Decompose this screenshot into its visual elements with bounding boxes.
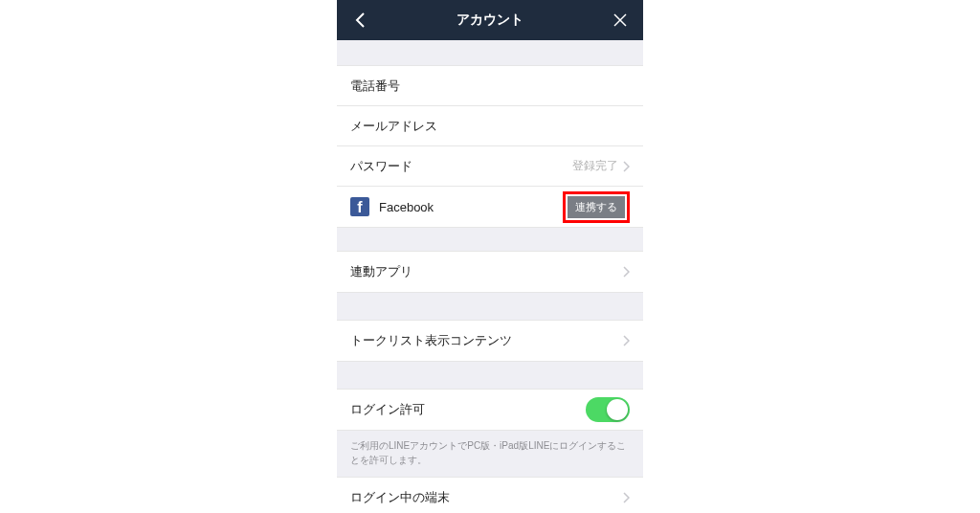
row-facebook: f Facebook 連携する <box>337 187 643 227</box>
label-password: パスワード <box>350 158 572 175</box>
row-login-permission: ログイン許可 <box>337 390 643 430</box>
label-talk-list: トークリスト表示コンテンツ <box>350 332 622 349</box>
talklist-group: トークリスト表示コンテンツ <box>337 320 643 362</box>
chevron-right-icon <box>622 492 630 503</box>
label-email: メールアドレス <box>350 118 630 135</box>
spacer <box>337 293 643 320</box>
settings-content: 電話番号 メールアドレス パスワード 登録完了 f Facebook 連携する <box>337 40 643 513</box>
row-logged-in-devices[interactable]: ログイン中の端末 <box>337 478 643 513</box>
row-talk-list-content[interactable]: トークリスト表示コンテンツ <box>337 321 643 361</box>
spacer <box>337 362 643 389</box>
close-icon <box>612 12 628 28</box>
login-permission-note: ご利用のLINEアカウントでPC版・iPad版LINEにログインすることを許可し… <box>337 431 643 477</box>
facebook-link-button[interactable]: 連携する <box>568 196 625 218</box>
login-permission-group: ログイン許可 <box>337 389 643 431</box>
row-email[interactable]: メールアドレス <box>337 106 643 146</box>
label-facebook: Facebook <box>379 200 563 214</box>
row-phone-number[interactable]: 電話番号 <box>337 66 643 106</box>
spacer <box>337 228 643 251</box>
login-permission-toggle[interactable] <box>586 397 630 422</box>
close-button[interactable] <box>607 7 634 33</box>
chevron-right-icon <box>622 335 630 346</box>
row-linked-apps[interactable]: 連動アプリ <box>337 252 643 292</box>
label-linked-apps: 連動アプリ <box>350 263 622 280</box>
phone-frame: アカウント 電話番号 メールアドレス パスワード 登録完了 <box>337 0 643 513</box>
facebook-icon: f <box>350 197 369 216</box>
highlight-annotation: 連携する <box>563 191 630 223</box>
back-button[interactable] <box>346 7 373 33</box>
chevron-right-icon <box>622 161 630 172</box>
value-password: 登録完了 <box>572 158 618 174</box>
logged-in-devices-group: ログイン中の端末 <box>337 477 643 513</box>
spacer <box>337 40 643 65</box>
chevron-left-icon <box>354 11 366 29</box>
label-phone: 電話番号 <box>350 78 630 95</box>
page-title: アカウント <box>337 11 643 29</box>
linked-apps-group: 連動アプリ <box>337 251 643 293</box>
row-password[interactable]: パスワード 登録完了 <box>337 146 643 187</box>
label-login-permission: ログイン許可 <box>350 401 586 418</box>
toggle-knob <box>607 399 628 420</box>
chevron-right-icon <box>622 266 630 278</box>
navbation-bar: アカウント <box>337 0 643 40</box>
account-credentials-group: 電話番号 メールアドレス パスワード 登録完了 f Facebook 連携する <box>337 65 643 228</box>
label-logged-in-devices: ログイン中の端末 <box>350 489 622 506</box>
